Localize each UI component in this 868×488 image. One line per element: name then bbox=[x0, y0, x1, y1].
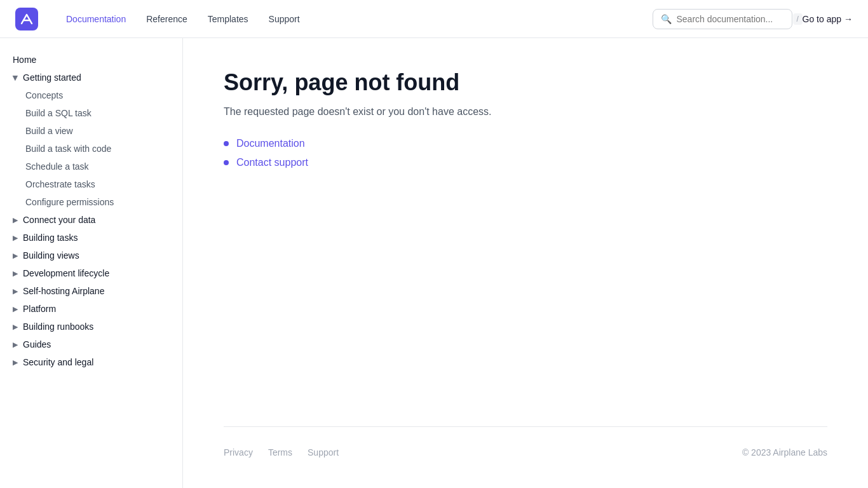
sidebar-item-build-sql[interactable]: Build a SQL task bbox=[0, 104, 182, 122]
chevron-platform: ▶ bbox=[13, 305, 18, 313]
nav-documentation[interactable]: Documentation bbox=[58, 10, 133, 28]
sidebar-item-orchestrate-tasks[interactable]: Orchestrate tasks bbox=[0, 175, 182, 193]
chevron-building-views: ▶ bbox=[13, 252, 18, 260]
sidebar-item-configure-permissions[interactable]: Configure permissions bbox=[0, 193, 182, 211]
footer-terms[interactable]: Terms bbox=[268, 447, 292, 458]
page-footer: Privacy Terms Support © 2023 Airplane La… bbox=[224, 442, 827, 458]
footer-privacy[interactable]: Privacy bbox=[224, 447, 253, 458]
sidebar-item-build-task-code[interactable]: Build a task with code bbox=[0, 140, 182, 158]
sidebar-item-building-runbooks[interactable]: ▶ Building runbooks bbox=[0, 318, 182, 336]
sidebar-item-build-view[interactable]: Build a view bbox=[0, 122, 182, 140]
main-content: Sorry, page not found The requested page… bbox=[183, 38, 868, 488]
header: Documentation Reference Templates Suppor… bbox=[0, 0, 868, 38]
sidebar-item-self-hosting[interactable]: ▶ Self-hosting Airplane bbox=[0, 282, 182, 300]
documentation-link[interactable]: Documentation bbox=[236, 138, 305, 149]
sidebar-item-connect-data[interactable]: ▶ Connect your data bbox=[0, 211, 182, 229]
bullet-icon bbox=[224, 160, 229, 165]
chevron-guides: ▶ bbox=[13, 341, 18, 349]
chevron-building-runbooks: ▶ bbox=[13, 323, 18, 331]
helpful-links: Documentation Contact support bbox=[224, 138, 827, 168]
chevron-self-hosting: ▶ bbox=[13, 287, 18, 295]
search-icon: 🔍 bbox=[661, 14, 672, 24]
go-to-app-button[interactable]: Go to app → bbox=[803, 14, 853, 24]
chevron-dev-lifecycle: ▶ bbox=[13, 269, 18, 278]
list-item: Documentation bbox=[224, 138, 827, 149]
logo[interactable] bbox=[15, 8, 38, 30]
search-input[interactable] bbox=[677, 14, 788, 24]
logo-icon bbox=[15, 8, 38, 30]
sidebar-item-platform[interactable]: ▶ Platform bbox=[0, 300, 182, 318]
chevron-security-legal: ▶ bbox=[13, 358, 18, 367]
bullet-icon bbox=[224, 141, 229, 146]
nav-support[interactable]: Support bbox=[261, 10, 308, 28]
layout: Home ▶ Getting started Concepts Build a … bbox=[0, 38, 868, 488]
chevron-getting-started: ▶ bbox=[11, 75, 20, 80]
search-box[interactable]: 🔍 / bbox=[653, 9, 792, 29]
footer-links: Privacy Terms Support bbox=[224, 447, 339, 458]
header-right: 🔍 / Go to app → bbox=[653, 9, 853, 29]
error-content: Sorry, page not found The requested page… bbox=[224, 69, 827, 396]
sidebar-item-dev-lifecycle[interactable]: ▶ Development lifecycle bbox=[0, 264, 182, 282]
nav-reference[interactable]: Reference bbox=[139, 10, 195, 28]
sidebar-item-guides[interactable]: ▶ Guides bbox=[0, 336, 182, 353]
contact-support-link[interactable]: Contact support bbox=[236, 157, 308, 168]
footer-support[interactable]: Support bbox=[308, 447, 339, 458]
sidebar-item-building-tasks[interactable]: ▶ Building tasks bbox=[0, 229, 182, 247]
main-nav: Documentation Reference Templates Suppor… bbox=[58, 10, 653, 28]
chevron-connect-data: ▶ bbox=[13, 216, 18, 224]
sidebar-item-concepts[interactable]: Concepts bbox=[0, 86, 182, 104]
footer-copyright: © 2023 Airplane Labs bbox=[742, 447, 827, 458]
sidebar: Home ▶ Getting started Concepts Build a … bbox=[0, 38, 183, 488]
list-item: Contact support bbox=[224, 157, 827, 168]
error-description: The requested page doesn't exist or you … bbox=[224, 106, 827, 118]
search-shortcut: / bbox=[793, 13, 803, 25]
chevron-building-tasks: ▶ bbox=[13, 234, 18, 242]
sidebar-item-home[interactable]: Home bbox=[0, 51, 182, 69]
error-title: Sorry, page not found bbox=[224, 69, 827, 96]
sidebar-item-security-legal[interactable]: ▶ Security and legal bbox=[0, 353, 182, 371]
sidebar-item-getting-started[interactable]: ▶ Getting started bbox=[0, 69, 182, 86]
nav-templates[interactable]: Templates bbox=[200, 10, 256, 28]
footer-divider bbox=[224, 426, 827, 427]
sidebar-item-schedule-task[interactable]: Schedule a task bbox=[0, 158, 182, 175]
sidebar-item-building-views[interactable]: ▶ Building views bbox=[0, 247, 182, 264]
